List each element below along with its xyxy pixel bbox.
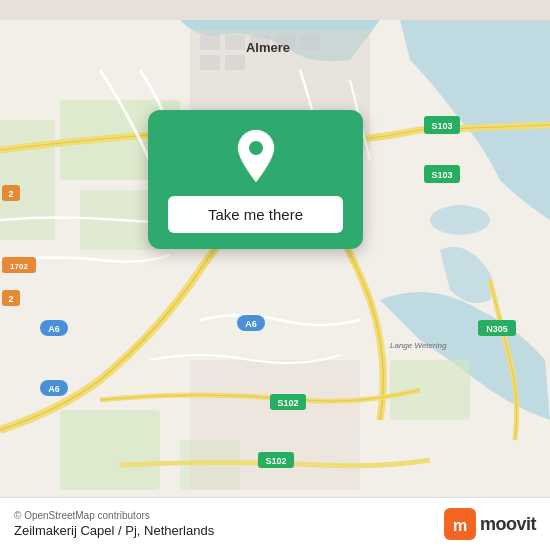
svg-rect-4 xyxy=(0,120,55,240)
location-info: © OpenStreetMap contributors Zeilmakerij… xyxy=(14,510,214,538)
moovit-label: moovit xyxy=(480,514,536,535)
svg-rect-16 xyxy=(190,360,360,490)
svg-text:S102: S102 xyxy=(265,456,286,466)
svg-text:A6: A6 xyxy=(245,319,257,329)
svg-point-1 xyxy=(430,205,490,235)
svg-text:S103: S103 xyxy=(431,121,452,131)
svg-text:2: 2 xyxy=(8,294,13,304)
map-attribution: © OpenStreetMap contributors xyxy=(14,510,214,521)
svg-text:S103: S103 xyxy=(431,170,452,180)
svg-text:S102: S102 xyxy=(277,398,298,408)
map-svg: S103 S103 A6 A6 A6 1702 S102 S102 N305 L… xyxy=(0,0,550,550)
location-pin-icon xyxy=(233,128,279,184)
svg-rect-5 xyxy=(390,360,470,420)
popup-card: Take me there xyxy=(148,110,363,249)
svg-rect-6 xyxy=(60,410,160,490)
svg-text:1702: 1702 xyxy=(10,262,28,271)
svg-rect-10 xyxy=(225,35,245,50)
svg-text:2: 2 xyxy=(8,189,13,199)
svg-rect-13 xyxy=(300,35,320,50)
bottom-bar: © OpenStreetMap contributors Zeilmakerij… xyxy=(0,497,550,550)
take-me-there-button[interactable]: Take me there xyxy=(168,196,343,233)
moovit-logo: m moovit xyxy=(444,508,536,540)
svg-text:A6: A6 xyxy=(48,324,60,334)
location-name: Zeilmakerij Capel / Pj, Netherlands xyxy=(14,523,214,538)
svg-text:A6: A6 xyxy=(48,384,60,394)
svg-point-41 xyxy=(249,141,263,155)
map-container: S103 S103 A6 A6 A6 1702 S102 S102 N305 L… xyxy=(0,0,550,550)
moovit-icon: m xyxy=(444,508,476,540)
svg-rect-15 xyxy=(225,55,245,70)
svg-rect-14 xyxy=(200,55,220,70)
svg-text:Almere: Almere xyxy=(246,40,290,55)
svg-text:Lange Wetering: Lange Wetering xyxy=(390,341,447,350)
svg-rect-9 xyxy=(200,35,220,50)
svg-text:m: m xyxy=(453,517,467,534)
svg-text:N305: N305 xyxy=(486,324,508,334)
